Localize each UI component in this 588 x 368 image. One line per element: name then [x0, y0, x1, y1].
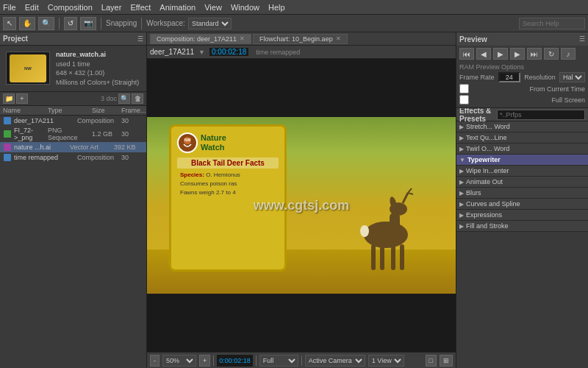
prev-last-frame[interactable]: ⏭ [527, 48, 542, 60]
comp-tab-1-close[interactable]: ✕ [240, 35, 245, 42]
effects-header: Effects & Presets [456, 108, 588, 121]
item-frame-1: 30 [121, 130, 143, 138]
region-of-interest-btn[interactable]: □ [426, 355, 437, 367]
project-item-2[interactable]: nature ...h.ai Vector Art 392 KB [0, 142, 146, 152]
menu-window[interactable]: Window [231, 3, 259, 12]
svg-point-0 [364, 222, 408, 248]
item-size-1: 1.2 GB [92, 130, 121, 138]
effect-name-9: Fill and Stroke [466, 222, 509, 230]
item-frame-3: 30 [121, 154, 143, 161]
menu-file[interactable]: File [3, 3, 16, 12]
prev-first-frame[interactable]: ⏮ [459, 48, 474, 60]
effect-group-header-4[interactable]: ▶ Wipe In...enter [456, 166, 588, 176]
new-folder-btn[interactable]: + [16, 93, 28, 104]
effect-name-0: Stretch... Word [466, 123, 510, 130]
project-item-3[interactable]: time remapped Composition 30 [0, 152, 146, 163]
svg-line-10 [408, 188, 412, 193]
ram-options-title: RAM Preview Options [459, 63, 585, 71]
comp-tab-2-close[interactable]: ✕ [336, 35, 341, 42]
item-icon-3 [3, 153, 12, 162]
effect-group-header-6[interactable]: ▶ Blurs [456, 188, 588, 198]
toolbar-camera[interactable]: 📷 [80, 17, 96, 30]
item-type-3: Composition [77, 154, 121, 161]
menu-composition[interactable]: Composition [48, 3, 93, 12]
vc-sep1 [213, 355, 214, 366]
effect-arrow-3: ▼ [459, 157, 465, 163]
prev-audio[interactable]: ♪ [561, 48, 576, 60]
right-panel: Preview ☰ ⏮ ◀ ▶ ▶ ⏭ ↻ ♪ RAM Preview Opti… [456, 32, 588, 368]
menu-effect[interactable]: Effect [130, 3, 151, 12]
full-screen-checkbox[interactable] [459, 95, 469, 105]
project-item-0[interactable]: deer_17A211 Composition 30 [0, 116, 146, 126]
col-name-header: Name [3, 107, 48, 114]
toolbar-hand[interactable]: ✋ [19, 17, 35, 30]
prev-play[interactable]: ▶ [493, 48, 508, 60]
transparency-btn[interactable]: ⊞ [440, 355, 453, 367]
frame-rate-label: Frame Rate [459, 74, 495, 81]
effect-group-header-0[interactable]: ▶ Stretch... Word [456, 121, 588, 132]
svg-text:NW: NW [184, 138, 191, 142]
quality-select[interactable]: FullHalfQuarter [259, 355, 298, 367]
search-input[interactable] [519, 18, 585, 29]
project-info: nature_watch.ai used 1 time 648 × 432 (1… [53, 49, 142, 88]
project-item-1[interactable]: FI_72->_png PNG Sequence 1.2 GB 30 [0, 126, 146, 142]
vc-sep3 [301, 355, 302, 366]
resolution-select[interactable]: HalfFull [559, 72, 585, 82]
toolbar-zoom-tool[interactable]: 🔍 [38, 17, 54, 30]
prev-loop[interactable]: ↻ [544, 48, 559, 60]
zoom-select[interactable]: 50%100%200% [162, 355, 196, 367]
search-project-btn[interactable]: 🔍 [118, 93, 130, 104]
toolbar-sep1 [59, 18, 60, 29]
workspace-label: Workspace: [146, 19, 185, 27]
workspace-select[interactable]: Standard [188, 18, 232, 29]
comp-tab-1[interactable]: Composition: deer_17A211 ✕ [150, 34, 251, 44]
delete-btn[interactable]: 🗑 [132, 93, 143, 104]
effect-group-header-8[interactable]: ▶ Expressions [456, 210, 588, 220]
effect-arrow-8: ▶ [459, 212, 464, 219]
svg-rect-5 [391, 244, 395, 270]
effect-group-header-5[interactable]: ▶ Animate Out [456, 177, 588, 187]
col-type-header: Type [48, 107, 92, 114]
effect-group-4: ▶ Wipe In...enter [456, 166, 588, 177]
preview-menu-btn[interactable]: ☰ [579, 35, 585, 43]
from-current-checkbox[interactable] [459, 84, 469, 93]
toolbar: ↖ ✋ 🔍 ↺ 📷 Snapping Workspace: Standard [0, 15, 588, 32]
zoom-out-btn[interactable]: - [150, 355, 159, 367]
comp-name-display: deer_17A211 [150, 48, 194, 56]
thumbnail-image: NW [10, 54, 46, 82]
menu-help[interactable]: Help [268, 3, 285, 12]
effect-group-header-9[interactable]: ▶ Fill and Stroke [456, 221, 588, 231]
zoom-in-btn[interactable]: + [199, 355, 210, 367]
effects-title: Effects & Presets [459, 108, 497, 123]
toolbar-arrow[interactable]: ↖ [3, 17, 16, 30]
effect-arrow-1: ▶ [459, 135, 464, 141]
menu-layer[interactable]: Layer [101, 3, 122, 12]
frame-rate-input[interactable] [498, 72, 520, 82]
preview-header: Preview ☰ [456, 32, 588, 46]
menu-animation[interactable]: Animation [159, 3, 196, 12]
effect-group-header-7[interactable]: ▶ Curves and Spline [456, 199, 588, 209]
toolbar-rotate[interactable]: ↺ [64, 17, 77, 30]
effect-group-header-2[interactable]: ▶ Twirl O... Word [456, 144, 588, 154]
effect-group-header-1[interactable]: ▶ Text Qu...Line [456, 132, 588, 143]
menu-edit[interactable]: Edit [25, 3, 39, 12]
comp-tab-2[interactable]: Flowchart: 10_Begin.aep ✕ [253, 34, 348, 44]
effect-group-header-3[interactable]: ▼ Typewriter [456, 155, 588, 165]
new-comp-btn[interactable]: 📁 [3, 93, 15, 104]
time-remapped-label: time remapped [256, 49, 300, 56]
composition-viewer[interactable]: NW Nature Watch Black Tail Deer Facts Sp… [147, 59, 456, 352]
effects-search-input[interactable] [497, 110, 585, 120]
prev-step-back[interactable]: ◀ [476, 48, 491, 60]
project-menu-btn[interactable]: ☰ [137, 35, 143, 43]
view-count-select[interactable]: 1 View [368, 355, 404, 367]
nw-facts-title: Black Tail Deer Facts [177, 158, 279, 169]
effect-name-1: Text Qu...Line [466, 134, 507, 141]
preview-detail: used 1 time [56, 60, 139, 69]
preview-panel: Preview ☰ ⏮ ◀ ▶ ▶ ⏭ ↻ ♪ RAM Preview Opti… [456, 32, 588, 108]
project-list-header: Name Type Size Frame... [0, 106, 146, 116]
prev-step-fwd[interactable]: ▶ [510, 48, 525, 60]
effect-arrow-9: ▶ [459, 223, 464, 230]
camera-select[interactable]: Active Camera [305, 355, 365, 367]
menu-view[interactable]: View [204, 3, 222, 12]
effects-groups-list: ▶ Stretch... Word ▶ Text Qu...Line ▶ Twi… [456, 121, 588, 232]
